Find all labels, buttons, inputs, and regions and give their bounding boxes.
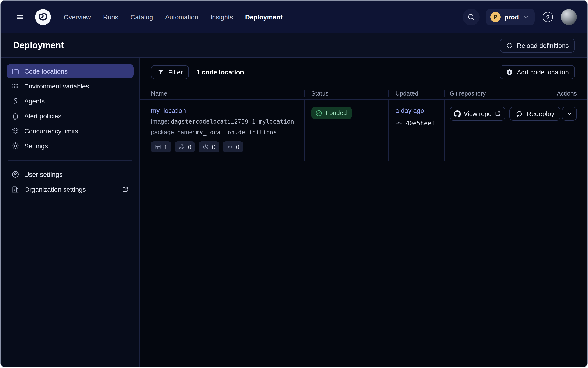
sidebar-item-code-locations[interactable]: Code locations [7, 64, 134, 78]
nav-right-cluster: P prod ? [463, 9, 577, 26]
column-header-actions: Actions [500, 90, 587, 97]
folder-icon [11, 67, 20, 75]
search-button[interactable] [463, 9, 480, 26]
redeploy-label: Redeploy [527, 110, 554, 118]
view-repo-label: View repo [464, 110, 492, 117]
schedule-count-badge[interactable]: 0 [199, 141, 219, 152]
sidebar-item-concurrency-limits[interactable]: Concurrency limits [7, 124, 134, 138]
app-window: Overview Runs Catalog Automation Insight… [0, 0, 588, 367]
dagster-logo-icon[interactable] [35, 9, 51, 26]
code-location-link[interactable]: my_location [151, 107, 186, 114]
sidebar-item-organization-settings[interactable]: Organization settings [7, 182, 134, 196]
page-title: Deployment [13, 40, 64, 50]
nav-item-insights[interactable]: Insights [210, 13, 233, 21]
graph-icon [179, 144, 185, 150]
sidebar-item-alert-policies[interactable]: Alert policies [7, 109, 134, 123]
redeploy-button[interactable]: Redeploy [510, 107, 560, 121]
layers-icon [11, 127, 20, 135]
add-code-location-button[interactable]: Add code location [499, 65, 575, 79]
name-cell: my_location image: dagstercodelocati…275… [140, 100, 304, 161]
commit-icon [395, 119, 403, 127]
help-icon: ? [543, 12, 553, 22]
status-label: Loaded [326, 110, 347, 117]
badge-count: 0 [188, 143, 191, 150]
package-value: my_location.definitions [196, 129, 277, 136]
sidebar-item-label: Concurrency limits [24, 127, 78, 135]
sidebar-item-label: User settings [24, 171, 62, 178]
column-header-name: Name [140, 90, 304, 97]
updated-link[interactable]: a day ago [395, 107, 424, 114]
asset-count-badge[interactable]: 1 [151, 141, 171, 152]
deployment-initial-badge: P [490, 12, 501, 22]
deployment-name: prod [504, 13, 519, 21]
image-label: image: [151, 118, 169, 125]
help-button[interactable]: ? [541, 10, 555, 24]
status-badge: Loaded [311, 107, 352, 119]
sidebar-item-settings[interactable]: Settings [7, 139, 134, 153]
code-location-count: 1 code location [196, 68, 244, 76]
nav-item-catalog[interactable]: Catalog [130, 13, 153, 21]
sensor-count-badge[interactable]: 0 [223, 141, 243, 152]
chevron-down-icon [522, 13, 530, 21]
add-code-location-label: Add code location [517, 68, 569, 76]
external-link-icon [122, 186, 129, 193]
grid-icon [155, 144, 161, 150]
search-icon [467, 13, 475, 21]
github-icon [454, 110, 461, 117]
refresh-icon [516, 110, 523, 118]
sidebar-item-environment-variables[interactable]: Environment variables [7, 79, 134, 93]
main-content: Filter 1 code location Add code location… [140, 58, 587, 367]
badge-count: 0 [212, 143, 215, 150]
image-value: dagstercodelocati…2759-1-mylocation [171, 118, 294, 125]
updated-cell: a day ago 40e58eef [389, 100, 444, 161]
deployment-switcher[interactable]: P prod [486, 9, 535, 26]
clock-icon [203, 144, 209, 150]
sidebar-item-label: Alert policies [24, 112, 61, 120]
filter-label: Filter [168, 68, 183, 76]
user-avatar[interactable] [561, 9, 577, 25]
code-locations-table: Name Status Updated Git repository Actio… [140, 87, 587, 161]
sensor-icon [227, 144, 233, 150]
gear-icon [11, 142, 20, 150]
toolbar: Filter 1 code location Add code location [140, 58, 587, 79]
viewport: Overview Runs Catalog Automation Insight… [0, 0, 588, 368]
nav-item-overview[interactable]: Overview [64, 13, 91, 21]
page-header: Deployment Reload definitions [1, 33, 587, 58]
sidebar: Code locations Environment variables Age… [1, 58, 140, 367]
badge-count: 0 [236, 143, 239, 150]
badge-count: 1 [164, 143, 167, 150]
check-circle-icon [315, 109, 322, 117]
sidebar-item-label: Environment variables [24, 83, 89, 90]
nav-item-runs[interactable]: Runs [103, 13, 118, 21]
plus-circle-icon [505, 68, 513, 76]
sidebar-item-user-settings[interactable]: User settings [7, 167, 134, 181]
actions-cell: Redeploy [500, 100, 587, 161]
image-line: image: dagstercodelocati…2759-1-mylocati… [151, 118, 304, 125]
job-count-badge[interactable]: 0 [175, 141, 195, 152]
count-badges: 1 0 [151, 141, 304, 152]
sidebar-item-label: Code locations [24, 67, 67, 75]
agent-icon [11, 97, 20, 105]
env-variables-icon [11, 82, 20, 90]
reload-definitions-button[interactable]: Reload definitions [499, 38, 575, 52]
hamburger-menu-icon[interactable] [13, 10, 27, 24]
package-line: package_name: my_location.definitions [151, 129, 304, 136]
nav-item-deployment[interactable]: Deployment [245, 13, 283, 21]
filter-button[interactable]: Filter [151, 65, 189, 79]
chevron-down-icon [566, 110, 573, 118]
commit-hash: 40e58eef [406, 120, 435, 127]
redeploy-more-button[interactable] [562, 107, 577, 121]
sidebar-divider [9, 160, 132, 161]
actions-group: Redeploy [510, 107, 577, 152]
user-circle-icon [11, 170, 20, 179]
sidebar-item-label: Settings [24, 142, 48, 150]
sidebar-item-agents[interactable]: Agents [7, 94, 134, 108]
table-header-row: Name Status Updated Git repository Actio… [140, 87, 587, 100]
view-repo-button[interactable]: View repo [450, 107, 505, 121]
filter-icon [157, 68, 164, 76]
sidebar-item-label: Agents [24, 97, 45, 105]
status-cell: Loaded [304, 100, 389, 161]
page-body: Code locations Environment variables Age… [1, 58, 587, 367]
primary-nav: Overview Runs Catalog Automation Insight… [64, 13, 283, 21]
nav-item-automation[interactable]: Automation [165, 13, 199, 21]
